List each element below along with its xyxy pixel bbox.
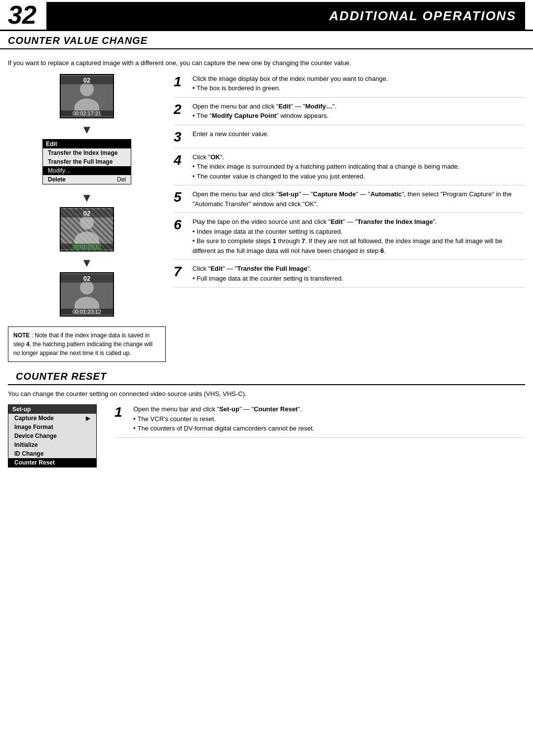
- thumb3-timecode: 00:01:23:12: [61, 309, 113, 315]
- note-text: : Note that if the index image data is s…: [13, 332, 152, 357]
- thumb3-container: 02 00:01:23:12: [60, 272, 114, 317]
- step-4-bullet-1: The index image is surrounded by a hatch…: [192, 162, 525, 172]
- setup-menu-counter-reset: Counter Reset: [8, 458, 96, 467]
- menu-item-delete: Delete Del: [43, 175, 131, 184]
- cr-step-1: 1 Open the menu bar and click "Set-up" —…: [114, 404, 525, 438]
- step-4-content: Click "OK". The index image is surrounde…: [192, 152, 525, 181]
- thumb2-number: 02: [61, 209, 113, 217]
- thumb1-number: 02: [61, 76, 113, 84]
- step-2-number: 2: [174, 102, 188, 116]
- step-1-bullet-1: The box is bordered in green.: [192, 83, 525, 93]
- cr-step-1-bullet-2: The counters of DV-format digital camcor…: [133, 424, 525, 433]
- step-5-number: 5: [174, 189, 188, 204]
- thumb3-box: 02 00:01:23:12: [60, 272, 114, 317]
- step-5-content: Open the menu bar and click "Set-up" — "…: [192, 189, 525, 209]
- steps-list: 1 Click the image display box of the ind…: [174, 74, 525, 288]
- counter-value-change-section: Counter Value Change If you want to repl…: [0, 31, 533, 362]
- setup-menu-title: Set-up: [8, 405, 96, 414]
- page-title-bar: Additional Operations: [46, 2, 525, 30]
- step-7-content: Click "Edit" — "Transfer the Full Image"…: [192, 264, 525, 283]
- edit-menu-screenshot: Edit Transfer the Index Image Transfer t…: [42, 139, 131, 184]
- section-title-counter-value: Counter Value Change: [0, 31, 533, 49]
- step-2: 2 Open the menu bar and click "Edit" — "…: [174, 102, 525, 125]
- two-column-layout: 02 00:02:17:21 ▼ Edit Transfer the Index…: [8, 74, 525, 362]
- step-6-bullet-1: Index image data at the counter setting …: [192, 227, 525, 237]
- setup-menu-image-format: Image Format: [8, 423, 96, 432]
- step-5: 5 Open the menu bar and click "Set-up" —…: [174, 189, 525, 213]
- note-box: NOTE : Note that if the index image data…: [8, 326, 166, 362]
- step-4-bullet-2: The counter value is changed to the valu…: [192, 172, 525, 181]
- step-4: 4 Click "OK". The index image is surroun…: [174, 152, 525, 186]
- thumb1-container: 02 00:02:17:21: [60, 74, 114, 118]
- step-3-number: 3: [174, 129, 188, 144]
- step-1-number: 1: [174, 74, 188, 89]
- cr-step-1-bullet-1: The VCR's counter is reset.: [133, 414, 525, 424]
- thumb1-timecode: 00:02:17:21: [61, 110, 113, 116]
- step-3: 3 Enter a new counter value.: [174, 129, 525, 148]
- step-3-content: Enter a new counter value.: [192, 129, 525, 139]
- step-1-content: Click the image display box of the index…: [192, 74, 525, 93]
- capture-mode-arrow: ▶: [86, 415, 90, 422]
- menu-item-transfer-index: Transfer the Index Image: [43, 148, 131, 157]
- counter-reset-section: Counter Reset You can change the counter…: [0, 367, 533, 476]
- setup-menu-screenshot: Set-up Capture Mode ▶ Image Format Devic…: [8, 404, 97, 468]
- step-7: 7 Click "Edit" — "Transfer the Full Imag…: [174, 264, 525, 288]
- step-6: 6 Play the tape on the video source unit…: [174, 217, 525, 260]
- counter-reset-intro: You can change the counter setting on co…: [8, 389, 525, 399]
- section-title-counter-reset: Counter Reset: [8, 367, 525, 385]
- right-column: 1 Click the image display box of the ind…: [174, 74, 525, 292]
- cr-steps-list: 1 Open the menu bar and click "Set-up" —…: [114, 404, 525, 438]
- intro-text: If you want to replace a captured image …: [8, 58, 525, 68]
- note-label: NOTE: [13, 332, 30, 339]
- step-6-content: Play the tape on the video source unit a…: [192, 217, 525, 255]
- setup-menu-device-change: Device Change: [8, 432, 96, 440]
- step-4-number: 4: [174, 152, 188, 167]
- thumb1-box: 02 00:02:17:21: [60, 74, 114, 118]
- thumb3-number: 02: [61, 274, 113, 283]
- step-6-number: 6: [174, 217, 188, 232]
- step-6-bullet-2: Be sure to complete steps 1 through 7. I…: [192, 236, 525, 255]
- page-header: 32 Additional Operations: [0, 0, 533, 31]
- arrow-down-1: ▼: [79, 122, 94, 137]
- arrow-down-2: ▼: [79, 190, 94, 205]
- page-number: 32: [8, 2, 37, 30]
- step-7-bullet-1: Full image data at the counter setting i…: [192, 274, 525, 284]
- setup-menu-id-change: ID Change: [8, 449, 96, 458]
- cr-step-1-content: Open the menu bar and click "Set-up" — "…: [133, 404, 525, 433]
- thumb2-timecode: 00:01:23:12: [61, 244, 113, 250]
- menu-item-transfer-full: Transfer the Full Image: [43, 157, 131, 166]
- left-column: 02 00:02:17:21 ▼ Edit Transfer the Index…: [8, 74, 166, 362]
- menu-title: Edit: [43, 140, 131, 148]
- cr-left: Set-up Capture Mode ▶ Image Format Devic…: [8, 404, 107, 468]
- setup-menu-initialize: Initialize: [8, 440, 96, 449]
- cr-right: 1 Open the menu bar and click "Set-up" —…: [114, 404, 525, 442]
- cr-step-1-number: 1: [114, 404, 128, 419]
- arrow-down-3: ▼: [79, 255, 94, 270]
- delete-shortcut: Del: [117, 176, 126, 183]
- thumb2-container: 02 00:01:23:12: [60, 207, 114, 252]
- step-1: 1 Click the image display box of the ind…: [174, 74, 525, 98]
- step-7-number: 7: [174, 264, 188, 279]
- menu-item-modify: Modify…: [43, 166, 131, 175]
- cr-two-col: Set-up Capture Mode ▶ Image Format Devic…: [8, 404, 525, 468]
- setup-menu-capture-mode: Capture Mode ▶: [8, 414, 96, 423]
- thumb2-box: 02 00:01:23:12: [60, 207, 114, 252]
- step-2-content: Open the menu bar and click "Edit" — "Mo…: [192, 102, 525, 121]
- step-2-bullet-1: The "Modify Capture Point" window appear…: [192, 111, 525, 121]
- page-title: Additional Operations: [329, 8, 516, 24]
